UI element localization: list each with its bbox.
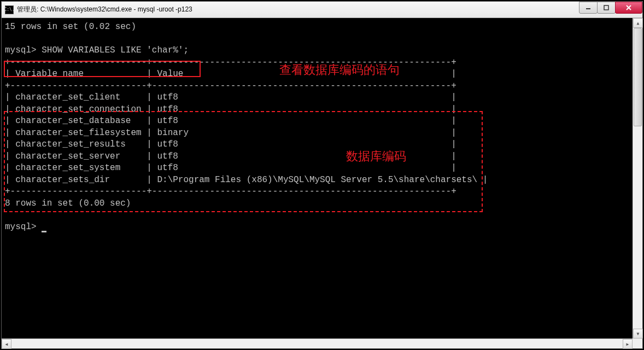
terminal-line: 15 rows in set (0.02 sec) — [5, 21, 631, 33]
scroll-right-button[interactable]: ▶ — [623, 339, 633, 349]
window-title: 管理员: C:\Windows\system32\cmd.exe - mysql… — [17, 5, 192, 14]
terminal-area[interactable]: 15 rows in set (0.02 sec) mysql> SHOW VA… — [2, 18, 642, 348]
horizontal-scrollbar[interactable]: ◀ ▶ — [2, 339, 633, 348]
scroll-thumb[interactable] — [634, 28, 642, 126]
scroll-left-button[interactable]: ◀ — [2, 339, 11, 349]
terminal-line: | character_set_system | utf8 | — [5, 162, 631, 174]
scrollbar-corner — [633, 339, 642, 348]
terminal-line: | character_sets_dir | D:\Program Files … — [5, 174, 631, 186]
annotation-table-label: 数据库编码 — [346, 148, 406, 165]
svg-rect-1 — [604, 5, 608, 10]
terminal-line: +--------------------------+------------… — [5, 80, 631, 92]
window-controls — [579, 2, 642, 14]
terminal-line: | character_set_database | utf8 | — [5, 115, 631, 127]
terminal-line: | character_set_connection | utf8 | — [5, 104, 631, 116]
terminal-line: +--------------------------+------------… — [5, 186, 631, 198]
titlebar[interactable]: C:\. 管理员: C:\Windows\system32\cmd.exe - … — [2, 2, 642, 18]
terminal-prompt-line: mysql> — [5, 221, 631, 234]
terminal-line: | character_set_client | utf8 | — [5, 92, 631, 104]
terminal-line — [5, 33, 631, 45]
scroll-up-button[interactable]: ▲ — [633, 18, 643, 28]
scroll-down-button[interactable]: ▼ — [633, 329, 643, 339]
cursor — [42, 231, 46, 232]
minimize-button[interactable] — [579, 2, 598, 14]
cmd-window: C:\. 管理员: C:\Windows\system32\cmd.exe - … — [1, 1, 643, 349]
annotation-query-label: 查看数据库编码的语句 — [279, 62, 400, 78]
terminal-line: | character_set_results | utf8 | — [5, 139, 631, 151]
terminal-line — [5, 209, 631, 221]
terminal-line: | character_set_server | utf8 | — [5, 151, 631, 163]
close-button[interactable] — [615, 2, 642, 14]
terminal-line: mysql> SHOW VARIABLES LIKE 'char%'; — [5, 45, 631, 57]
terminal-line: 8 rows in set (0.00 sec) — [5, 198, 631, 210]
terminal-line: | character_set_filesystem | binary | — [5, 127, 631, 139]
vertical-scrollbar[interactable]: ▲ ▼ — [633, 18, 642, 339]
cmd-icon: C:\. — [5, 5, 14, 14]
maximize-button[interactable] — [597, 2, 616, 14]
